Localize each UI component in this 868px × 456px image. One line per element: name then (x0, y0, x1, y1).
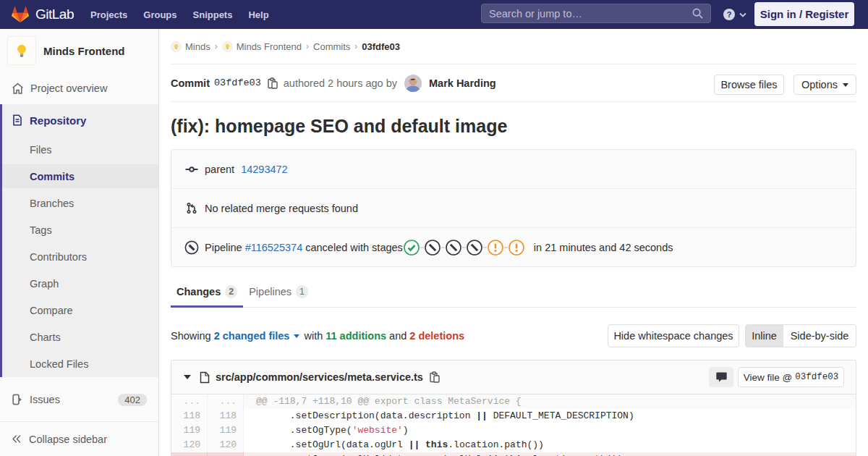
svg-text:?: ? (727, 10, 732, 19)
